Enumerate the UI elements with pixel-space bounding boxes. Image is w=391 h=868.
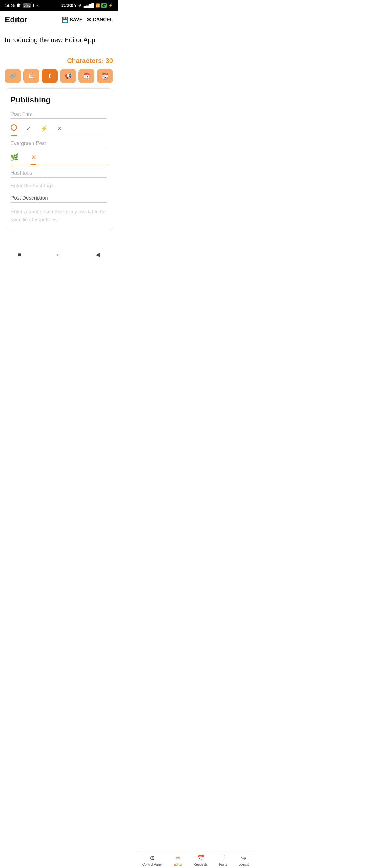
- save-icon: 💾: [61, 17, 68, 23]
- sys-nav-bar: ■ ○ ◀: [0, 248, 118, 262]
- char-count-value: 30: [106, 57, 113, 64]
- post-this-label: Post This: [10, 111, 107, 117]
- publishing-card: Publishing Post This ✓ ⚡ ✕ Evergreen Pos…: [5, 88, 113, 230]
- main-content: Introducing the new Editor App Character…: [0, 29, 118, 230]
- toolbar-grid-calendar-button[interactable]: 📆: [97, 69, 113, 83]
- hashtags-label: Hashtags: [10, 170, 107, 176]
- charging-icon: ⚡: [108, 3, 113, 7]
- post-title: Introducing the new Editor App: [5, 36, 113, 44]
- char-count-row: Characters: 30: [5, 57, 113, 65]
- evergreen-underline: [10, 148, 107, 148]
- cancel-button[interactable]: ✕ CANCEL: [87, 17, 113, 23]
- status-bar: 16:06 🗑 play f ··· 15.5KB/s ⚡ ▂▄▆█ 📶 47 …: [0, 0, 118, 11]
- evergreen-tab-leaf[interactable]: 🌿: [10, 153, 19, 164]
- toolbar-calendar-button[interactable]: 📅: [79, 69, 94, 83]
- publishing-title: Publishing: [10, 95, 107, 104]
- evergreen-tabs-underline: [10, 164, 107, 165]
- evergreen-tabs: 🌿 ✕: [10, 153, 107, 164]
- evergreen-tab-close[interactable]: ✕: [31, 153, 36, 164]
- hashtags-placeholder[interactable]: Enter the hashtags: [10, 183, 107, 189]
- facebook-icon: f: [33, 3, 34, 8]
- tab-check[interactable]: ✓: [26, 125, 31, 135]
- wifi-icon: 📶: [95, 3, 100, 7]
- post-description-underline: [10, 202, 107, 203]
- bluetooth-icon: ⚡: [78, 3, 82, 7]
- divider-1: [5, 53, 113, 53]
- tab-flash[interactable]: ⚡: [40, 125, 48, 135]
- toolbar-megaphone-button[interactable]: 📢: [60, 69, 76, 83]
- battery: 47: [101, 3, 107, 7]
- header: Editor 💾 SAVE ✕ CANCEL: [0, 11, 118, 29]
- tab-circle[interactable]: [10, 124, 17, 136]
- more-icon: ···: [36, 3, 39, 8]
- toolbar-upload-button[interactable]: ⬆: [41, 69, 58, 83]
- status-tabs: ✓ ⚡ ✕: [10, 124, 107, 136]
- play-icon: play: [23, 3, 31, 7]
- sys-home-button[interactable]: ○: [57, 252, 60, 258]
- svg-point-0: [11, 125, 17, 130]
- toolbar-media-button[interactable]: 🖼: [23, 69, 39, 83]
- evergreen-label: Evergreen Post: [10, 141, 107, 147]
- link-icon: 🔗: [10, 73, 16, 79]
- toolbar: 🔗 🖼 ⬆ 📢 📅 📆: [5, 69, 113, 83]
- toolbar-link-button[interactable]: 🔗: [5, 69, 21, 83]
- tab-close[interactable]: ✕: [57, 125, 62, 135]
- post-description-placeholder[interactable]: Enter a post description (only available…: [10, 208, 107, 223]
- sys-stop-button[interactable]: ■: [18, 252, 21, 258]
- status-tabs-underline: [10, 136, 107, 136]
- speed: 15.5KB/s: [61, 3, 77, 7]
- app-title: Editor: [5, 15, 27, 24]
- close-icon: ✕: [87, 17, 91, 23]
- post-description-label: Post Description: [10, 195, 107, 201]
- upload-icon: ⬆: [47, 73, 52, 79]
- grid-calendar-icon: 📆: [102, 73, 108, 79]
- sys-back-button[interactable]: ◀: [95, 251, 100, 258]
- calendar-icon: 📅: [83, 73, 90, 79]
- save-button[interactable]: 💾 SAVE: [61, 17, 82, 23]
- signal-icon: ▂▄▆█: [84, 3, 94, 7]
- time: 16:06: [5, 3, 15, 8]
- megaphone-icon: 📢: [65, 73, 72, 79]
- hashtags-underline: [10, 177, 107, 178]
- media-icon: 🖼: [29, 73, 34, 79]
- notification-icon: 🗑: [17, 3, 21, 8]
